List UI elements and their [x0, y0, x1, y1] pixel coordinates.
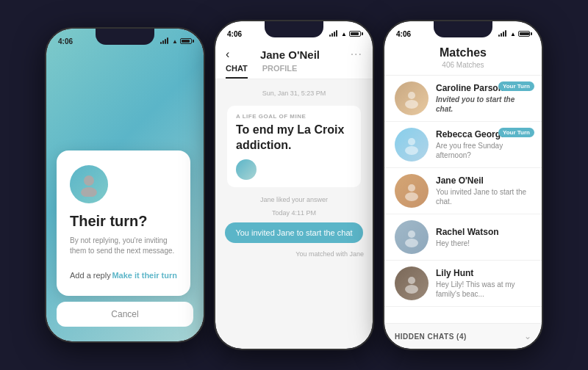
chat-screen: 4:06 ▲ — [215, 21, 373, 349]
hidden-chats-label: HIDDEN CHATS (4) — [395, 333, 467, 341]
match-preview-rachel: Hey there! — [436, 239, 531, 248]
battery-icon-3 — [518, 31, 530, 37]
date-label: Sun, Jan 31, 5:23 PM — [224, 90, 364, 97]
status-icons-3: ▲ — [498, 31, 530, 37]
chat-header-top: ‹ Jane O'Neil ··· — [226, 48, 362, 61]
match-preview-rebecca: Are you free Sunday afternoon? — [436, 141, 531, 160]
match-preview-caroline: Invited you to start the chat. — [436, 95, 531, 114]
wifi-icon-3: ▲ — [510, 31, 516, 37]
match-name-jane: Jane O'Neil — [436, 175, 531, 186]
add-reply-button[interactable]: Add a reply — [70, 266, 111, 284]
svg-point-1 — [81, 187, 97, 197]
your-turn-badge-rebecca: Your Turn — [498, 128, 534, 137]
svg-point-8 — [408, 231, 415, 238]
svg-point-7 — [405, 192, 418, 201]
phone1-content: Their turn? By not replying, you're invi… — [46, 49, 204, 341]
matches-title: Matches — [395, 46, 531, 59]
your-turn-badge-caroline: Your Turn — [498, 81, 534, 91]
avatar-jane — [395, 174, 429, 208]
make-their-turn-button[interactable]: Make it their turn — [112, 271, 177, 280]
dialog-avatar — [70, 165, 108, 203]
chat-header: ‹ Jane O'Neil ··· CHAT PROFILE — [215, 42, 373, 79]
match-item-caroline[interactable]: Caroline Parsons Invited you to start th… — [384, 76, 542, 122]
signal-icon-3 — [498, 31, 506, 37]
match-name-rachel: Rachel Watson — [436, 227, 531, 237]
time-1: 4:06 — [58, 37, 73, 46]
match-list: Caroline Parsons Invited you to start th… — [384, 76, 542, 323]
goal-label: A LIFE GOAL OF MINE — [236, 113, 352, 120]
match-preview-jane: You invited Jane to start the chat. — [436, 187, 531, 206]
battery-icon-2 — [349, 31, 361, 37]
hidden-chats-bar[interactable]: HIDDEN CHATS (4) ⌄ — [384, 323, 542, 349]
match-name-lily: Lily Hunt — [436, 268, 531, 278]
battery-icon-1 — [180, 38, 192, 44]
notch-1 — [96, 29, 154, 45]
match-item-rebecca[interactable]: Rebecca George Are you free Sunday after… — [384, 122, 542, 168]
phone-3: 4:06 ▲ — [383, 20, 543, 350]
match-info-rachel: Rachel Watson Hey there! — [436, 227, 531, 248]
more-options-icon[interactable]: ··· — [351, 48, 362, 61]
svg-point-6 — [408, 184, 415, 192]
match-item-rachel[interactable]: Rachel Watson Hey there! — [384, 214, 542, 261]
avatar-rebecca — [395, 128, 429, 162]
dialog-title: Their turn? — [70, 212, 177, 230]
matched-text: You matched with Jane — [224, 250, 364, 258]
notch-3 — [434, 21, 492, 37]
goal-text: To end my La Croix addiction. — [236, 123, 352, 153]
time-3: 4:06 — [396, 30, 411, 38]
match-preview-lily: Hey Lily! This was at my family's beac..… — [436, 280, 531, 299]
svg-point-3 — [405, 100, 418, 109]
avatar-rachel — [395, 220, 429, 254]
signal-icon-2 — [329, 31, 337, 37]
matches-header: Matches 406 Matches — [384, 42, 542, 76]
back-button[interactable]: ‹ — [226, 48, 229, 61]
svg-point-5 — [405, 146, 418, 155]
invite-bubble: You invited Jane to start the chat — [225, 222, 362, 243]
matches-count: 406 Matches — [395, 61, 531, 69]
chat-body: Sun, Jan 31, 5:23 PM A LIFE GOAL OF MINE… — [215, 79, 373, 349]
match-item-jane[interactable]: Jane O'Neil You invited Jane to start th… — [384, 168, 542, 214]
svg-point-10 — [408, 277, 415, 284]
tab-chat[interactable]: CHAT — [226, 64, 248, 79]
matches-screen: 4:06 ▲ — [384, 21, 542, 349]
answerer-avatar — [236, 159, 257, 180]
svg-point-11 — [405, 285, 418, 294]
liked-text: Jane liked your answer — [224, 196, 364, 203]
chat-tabs: CHAT PROFILE — [226, 64, 362, 79]
avatar-caroline — [395, 81, 429, 115]
tab-profile[interactable]: PROFILE — [262, 64, 298, 79]
their-turn-dialog: Their turn? By not replying, you're invi… — [57, 150, 190, 296]
cancel-text[interactable]: Cancel — [57, 302, 193, 327]
today-label: Today 4:11 PM — [224, 209, 364, 217]
chevron-down-icon: ⌄ — [524, 331, 531, 341]
svg-point-2 — [408, 92, 415, 99]
wifi-icon-1: ▲ — [172, 38, 178, 45]
svg-point-0 — [84, 175, 94, 186]
phone-2: 4:06 ▲ — [214, 20, 374, 350]
status-icons-2: ▲ — [329, 31, 361, 37]
svg-point-4 — [408, 138, 415, 145]
life-goal-card: A LIFE GOAL OF MINE To end my La Croix a… — [227, 106, 361, 187]
signal-icon-1 — [160, 38, 168, 44]
status-icons-1: ▲ — [160, 38, 192, 45]
svg-point-9 — [405, 239, 418, 247]
notch-2 — [265, 21, 323, 37]
match-info-jane: Jane O'Neil You invited Jane to start th… — [436, 175, 531, 206]
match-item-lily[interactable]: Lily Hunt Hey Lily! This was at my famil… — [384, 261, 542, 307]
wifi-icon-2: ▲ — [341, 31, 347, 37]
match-info-lily: Lily Hunt Hey Lily! This was at my famil… — [436, 268, 531, 299]
avatar-lily — [395, 266, 429, 300]
phone-1: 4:06 ▲ — [45, 27, 205, 343]
chat-contact-name: Jane O'Neil — [260, 48, 320, 61]
dialog-subtitle: By not replying, you're inviting them to… — [70, 236, 177, 256]
dialog-buttons: Add a reply Make it their turn — [70, 266, 177, 284]
time-2: 4:06 — [227, 30, 242, 38]
